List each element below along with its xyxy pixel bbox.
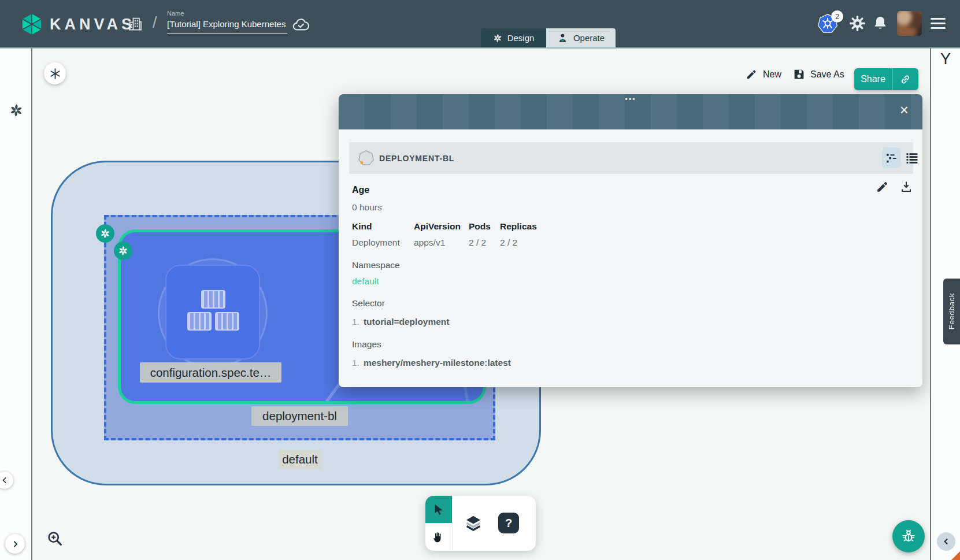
save-as-button-label: Save As xyxy=(810,69,844,80)
tree-view-toggle-button[interactable] xyxy=(882,147,900,168)
chevron-right-icon xyxy=(10,539,20,549)
copy-link-button[interactable] xyxy=(892,68,918,90)
kubernetes-resource-icon xyxy=(358,150,374,166)
apiversion-header: ApiVersion xyxy=(414,221,461,232)
container-crate-icon xyxy=(187,312,212,331)
chevron-left-icon xyxy=(0,476,9,485)
tool-divider xyxy=(452,496,453,551)
user-avatar[interactable] xyxy=(897,11,922,36)
help-button[interactable]: ? xyxy=(498,513,519,533)
brand-name: KANVAS xyxy=(50,16,135,34)
select-tool-button[interactable] xyxy=(425,496,452,523)
cloud-sync-icon xyxy=(292,17,310,31)
design-name-field[interactable]: Name [Tutorial] Exploring Kubernetes xyxy=(167,10,287,34)
share-button[interactable]: Share xyxy=(854,68,918,90)
report-bug-button[interactable] xyxy=(892,520,925,552)
resource-title: DEPLOYMENT-BL xyxy=(379,154,454,163)
tab-design-label: Design xyxy=(507,33,535,43)
collapsed-dock-label[interactable]: Y xyxy=(931,50,960,68)
edit-pencil-icon[interactable] xyxy=(876,180,889,194)
list-view-toggle-button[interactable] xyxy=(904,150,920,166)
container-crate-icon xyxy=(201,290,225,309)
settings-gear-icon[interactable] xyxy=(849,15,866,32)
menu-hamburger-icon[interactable] xyxy=(931,18,946,29)
save-as-button[interactable]: Save As xyxy=(793,68,844,80)
feedback-tab-label: Feedback xyxy=(947,293,956,329)
replicas-header: Replicas xyxy=(500,221,537,232)
share-button-label[interactable]: Share xyxy=(854,68,892,90)
design-spiral-icon xyxy=(493,34,502,43)
tab-operate[interactable]: Operate xyxy=(546,28,616,47)
age-value: 0 hours xyxy=(352,202,382,213)
cursor-arrow-icon xyxy=(432,503,445,516)
images-item-value: meshery/meshery-milestone:latest xyxy=(364,358,511,368)
pencil-icon xyxy=(746,68,758,80)
k8s-context-count-badge[interactable]: 2 xyxy=(831,10,843,23)
help-glyph: ? xyxy=(505,517,512,530)
close-icon[interactable]: × xyxy=(900,102,909,117)
drag-handle-dots[interactable]: ••• xyxy=(339,95,922,103)
canvas-tool-palette: ? xyxy=(425,496,536,551)
snowflake-freeze-button[interactable] xyxy=(44,62,66,84)
app-header: KANVAS / Name [Tutorial] Exploring Kuber… xyxy=(0,0,960,47)
floppy-save-icon xyxy=(793,68,805,80)
expand-right-panel-button[interactable] xyxy=(937,532,955,551)
pan-hand-tool-button[interactable] xyxy=(425,523,452,551)
pods-header: Pods xyxy=(469,221,491,232)
kanvas-app: KANVAS / Name [Tutorial] Exploring Kuber… xyxy=(0,0,960,560)
selector-item: 1.tutorial=deployment xyxy=(352,317,450,327)
link-icon xyxy=(899,73,911,86)
layers-button[interactable] xyxy=(461,510,486,536)
resource-details-panel: ••• × DEPLOYMENT-BL xyxy=(339,94,922,387)
organization-icon[interactable] xyxy=(127,15,143,32)
apiversion-value: apps/v1 xyxy=(414,238,445,248)
bug-icon xyxy=(900,528,917,544)
replicas-value: 2 / 2 xyxy=(500,238,517,248)
layers-icon xyxy=(464,514,483,532)
operate-person-icon xyxy=(557,32,568,43)
age-label: Age xyxy=(352,185,369,195)
list-view-icon xyxy=(906,152,918,164)
new-button-label: New xyxy=(763,69,781,80)
meshery-spiral-icon[interactable] xyxy=(9,103,23,117)
feedback-tab[interactable]: Feedback xyxy=(943,279,960,344)
chevron-left-icon xyxy=(942,537,951,546)
pod-node[interactable] xyxy=(165,265,260,359)
kind-value: Deployment xyxy=(352,238,400,248)
selector-item-index: 1. xyxy=(352,317,359,327)
meshsync-badge-icon xyxy=(114,242,132,260)
panel-drag-header[interactable]: ••• × xyxy=(339,94,922,129)
resource-header-bar: DEPLOYMENT-BL xyxy=(349,142,913,174)
namespace-value[interactable]: default xyxy=(352,276,379,287)
pods-value: 2 / 2 xyxy=(469,238,486,248)
deployment-label-chip: deployment-bl xyxy=(251,406,348,426)
namespace-label: Namespace xyxy=(352,260,400,270)
new-button[interactable]: New xyxy=(746,68,781,80)
meshsync-badge-icon xyxy=(96,224,114,243)
images-item: 1.meshery/meshery-milestone:latest xyxy=(352,358,511,368)
container-crate-icon xyxy=(215,312,239,331)
tab-operate-label: Operate xyxy=(573,33,605,43)
expand-left-panel-button[interactable] xyxy=(5,534,25,554)
tree-view-icon xyxy=(886,153,897,164)
selector-label: Selector xyxy=(352,298,385,309)
zoom-in-button[interactable] xyxy=(46,530,64,547)
mode-tabs: Design Operate xyxy=(481,28,616,47)
design-name-label: Name xyxy=(167,10,287,17)
selector-item-value: tutorial=deployment xyxy=(364,317,450,327)
images-item-index: 1. xyxy=(352,358,359,368)
breadcrumb-separator: / xyxy=(153,14,157,32)
corner-resize-handle xyxy=(951,551,960,560)
kind-header: Kind xyxy=(352,221,372,232)
images-label: Images xyxy=(352,339,381,350)
brand[interactable]: KANVAS xyxy=(21,13,135,36)
snowflake-icon xyxy=(49,68,61,80)
tab-design[interactable]: Design xyxy=(481,28,546,47)
notifications-bell-icon[interactable] xyxy=(872,15,888,31)
header-accent-line xyxy=(0,47,960,49)
hand-icon xyxy=(432,531,445,543)
download-icon[interactable] xyxy=(899,180,913,194)
pod-label-chip: configuration.spec.te… xyxy=(140,362,281,383)
design-name-value[interactable]: [Tutorial] Exploring Kubernetes xyxy=(167,19,287,34)
kanvas-logo-icon xyxy=(21,13,43,36)
